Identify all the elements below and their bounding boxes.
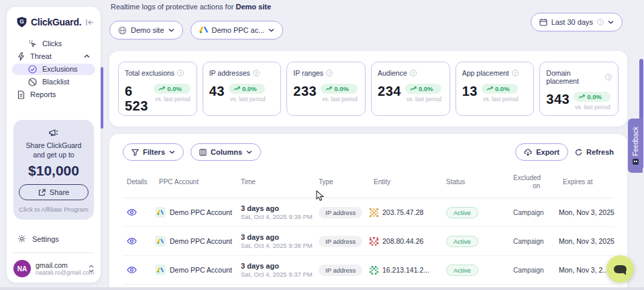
stat-card-total-exclusions: Total exclusions? 6 523 0.0% vs. last pe…	[118, 62, 197, 116]
stat-card-ip-addresses: IP addresses? 43 0.0% vs. last period	[203, 62, 282, 116]
svg-text:G: G	[19, 18, 24, 25]
columns-dropdown[interactable]: Columns	[191, 143, 261, 161]
main-content: Realtime logs of protective actions for …	[109, 0, 627, 290]
entity-cell: 16.213.141.2...	[370, 266, 442, 275]
check-circle-icon	[28, 65, 37, 74]
col-type: Type	[315, 178, 370, 186]
stat-card-app-placement: App placement? 13 0.0% vs. last period	[455, 62, 535, 116]
sidebar-item-threat[interactable]: Threat	[12, 51, 95, 62]
help-icon[interactable]: ?	[253, 70, 260, 76]
trend-up-icon	[233, 86, 240, 91]
table-header: Details PPC Account Time Type Entity Sta…	[123, 174, 614, 198]
sidebar-collapse-icon[interactable]	[86, 19, 94, 26]
columns-icon	[199, 149, 207, 156]
entity-cell: 208.80.44.26	[370, 237, 442, 246]
details-eye-button[interactable]	[123, 267, 137, 273]
refresh-button[interactable]: Refresh	[575, 148, 614, 156]
settings-label: Settings	[32, 235, 59, 243]
sidebar-item-reports[interactable]: Reports	[12, 89, 95, 100]
feedback-tab[interactable]: Feedback	[628, 119, 643, 173]
stat-label: Domain placement	[546, 69, 602, 85]
help-icon[interactable]: ?	[410, 70, 417, 76]
cursor-click-icon	[28, 40, 37, 48]
status-cell: Active	[442, 265, 509, 276]
sidebar-item-exclusions[interactable]: Exclusions	[12, 64, 95, 75]
sidebar-item-label: Threat	[30, 52, 52, 60]
status-cell: Active	[442, 207, 509, 218]
account-switcher[interactable]: NA gmail.com naatali.ro@gmail.com	[12, 260, 95, 277]
col-expires-at: Expires at	[551, 178, 614, 186]
ppc-account-dropdown[interactable]: Demo PPC ac...	[191, 21, 284, 40]
help-icon[interactable]: ?	[512, 70, 519, 76]
stat-caption: vs. last period	[229, 94, 265, 102]
ppc-account-value: Demo PPC ac...	[212, 26, 265, 34]
help-icon[interactable]: ?	[177, 70, 184, 76]
sidebar-item-blacklist[interactable]: Blacklist	[12, 76, 95, 88]
sidebar-item-clicks[interactable]: Clicks	[12, 38, 95, 50]
stat-trend-badge: 0.0%	[574, 92, 610, 102]
stat-label: IP ranges	[293, 69, 323, 77]
megaphone-icon	[19, 128, 89, 138]
calendar-icon	[539, 18, 547, 26]
date-range-dropdown[interactable]: Last 30 days ?	[531, 13, 623, 31]
expires-at-cell: Mon, Nov 3, 2025	[551, 237, 614, 245]
time-cell: 3 days agoSat, Oct 4, 2025 9:37 PM	[237, 262, 315, 278]
share-button-label: Share	[50, 188, 69, 196]
trend-up-icon	[410, 86, 417, 91]
filters-dropdown[interactable]: Filters	[123, 143, 184, 161]
export-button[interactable]: Export	[515, 143, 568, 161]
sidebar-item-label: Exclusions	[42, 65, 78, 73]
col-excluded-on: Excluded on	[509, 174, 548, 190]
external-link-icon	[38, 189, 46, 196]
clickguard-logo-icon: G	[16, 16, 28, 28]
columns-label: Columns	[211, 148, 242, 156]
page-title: Realtime logs of protective actions for …	[109, 0, 627, 11]
entity-cell: 203.75.47.28	[370, 208, 442, 217]
excluded-on-cell: Campaign	[509, 267, 551, 274]
stat-value: 233	[293, 84, 317, 98]
google-ads-icon	[155, 265, 166, 275]
identicon	[370, 237, 378, 246]
help-icon[interactable]: ?	[326, 70, 333, 76]
chat-widget-button[interactable]	[606, 255, 634, 283]
details-eye-button[interactable]	[123, 238, 137, 244]
user-name: gmail.com	[36, 261, 84, 269]
avatar: NA	[13, 260, 31, 277]
cloud-download-icon	[524, 149, 532, 156]
share-button[interactable]: Share	[19, 184, 89, 200]
export-label: Export	[536, 148, 559, 156]
stat-label: IP addresses	[209, 69, 250, 77]
stat-caption: vs. last period	[405, 94, 441, 102]
excluded-on-cell: Campaign	[509, 209, 551, 216]
sidebar-item-label: Blacklist	[42, 78, 69, 86]
stat-caption: vs. last period	[321, 94, 357, 102]
help-icon[interactable]: ?	[597, 19, 604, 25]
col-ppc-account: PPC Account	[155, 178, 237, 186]
trend-up-icon	[486, 86, 493, 91]
stat-trend-badge: 0.0%	[321, 84, 357, 94]
table-row: Demo PPC Account 3 days agoSat, Oct 4, 2…	[123, 198, 614, 227]
details-eye-button[interactable]	[123, 209, 137, 216]
feedback-label: Feedback	[632, 127, 639, 156]
sidebar-item-settings[interactable]: Settings	[12, 234, 95, 243]
user-email: naatali.ro@gmail.com	[36, 269, 84, 276]
chat-bubble-icon	[614, 265, 627, 273]
page-title-prefix: Realtime logs of protective actions for	[111, 3, 235, 11]
date-range-value: Last 30 days	[551, 18, 593, 26]
expires-at-cell: Mon, Nov 3, 2025	[551, 208, 614, 216]
stat-value: 43	[209, 84, 225, 98]
sidebar-item-label: Clicks	[42, 40, 62, 48]
affiliate-promo-card: Share ClickGuard and get up to $10,000 S…	[13, 120, 94, 220]
chevron-down-icon	[268, 28, 274, 32]
sidebar-scrollbar[interactable]	[101, 67, 103, 129]
expires-at-cell: Mon, Nov 3, 2...	[551, 266, 614, 274]
refresh-label: Refresh	[586, 148, 614, 156]
type-cell: IP address	[315, 207, 370, 218]
globe-icon	[118, 26, 127, 35]
col-time: Time	[237, 178, 315, 186]
promo-amount: $10,000	[19, 161, 89, 184]
stats-panel: Total exclusions? 6 523 0.0% vs. last pe…	[109, 51, 627, 127]
site-filter-dropdown[interactable]: Demo site	[109, 21, 183, 40]
col-details: Details	[123, 178, 155, 186]
help-icon[interactable]: ?	[605, 74, 612, 80]
